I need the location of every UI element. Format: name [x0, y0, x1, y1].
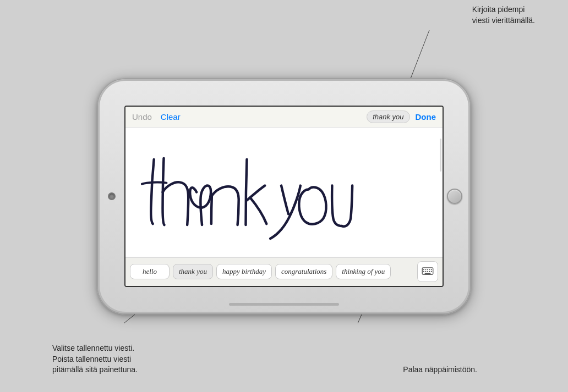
svg-rect-6	[427, 269, 428, 270]
suggestion-thinking-of-you[interactable]: thinking of you	[336, 264, 391, 279]
svg-rect-7	[429, 269, 430, 270]
bottom-bar	[229, 303, 339, 306]
drawing-area[interactable]	[125, 128, 443, 257]
svg-rect-5	[425, 269, 427, 270]
svg-rect-14	[425, 273, 431, 274]
suggestion-thank-you[interactable]: thank you	[173, 264, 213, 279]
annotation-bottom-left: Valitse tallennettu viesti. Poista talle…	[52, 343, 138, 376]
suggestions-bar: hello thank you happy birthday congratul…	[125, 257, 443, 286]
toolbar: Undo Clear thank you Done	[125, 107, 443, 128]
scroll-indicator	[440, 139, 441, 172]
toolbar-right: thank you Done	[367, 111, 436, 123]
keyboard-toggle-button[interactable]	[417, 261, 438, 282]
svg-rect-8	[431, 269, 432, 270]
preview-bubble: thank you	[367, 111, 409, 123]
clear-button[interactable]: Clear	[161, 112, 181, 122]
suggestion-happy-birthday[interactable]: happy birthday	[216, 264, 272, 279]
front-camera	[108, 192, 116, 200]
svg-rect-13	[431, 271, 432, 272]
suggestion-hello[interactable]: hello	[130, 264, 170, 279]
screen: Undo Clear thank you Done	[124, 106, 444, 287]
annotation-top-right: Kirjoita pidempi viesti vierittämällä.	[472, 4, 535, 26]
suggestion-congratulations[interactable]: congratulations	[275, 264, 332, 279]
done-button[interactable]: Done	[416, 112, 436, 122]
undo-button[interactable]: Undo	[132, 112, 152, 122]
handwriting-svg	[125, 128, 443, 257]
scene: Kirjoita pidempi viesti vierittämällä. V…	[0, 0, 568, 392]
home-button[interactable]	[447, 189, 462, 204]
svg-rect-12	[429, 271, 430, 272]
svg-rect-4	[423, 269, 424, 270]
svg-rect-11	[427, 271, 428, 272]
toolbar-left: Undo Clear	[132, 112, 181, 122]
device: Undo Clear thank you Done	[97, 78, 471, 314]
annotation-bottom-right: Palaa näppäimistöön.	[403, 365, 477, 376]
svg-rect-9	[423, 271, 424, 272]
keyboard-icon	[422, 267, 434, 276]
svg-rect-10	[425, 271, 427, 272]
